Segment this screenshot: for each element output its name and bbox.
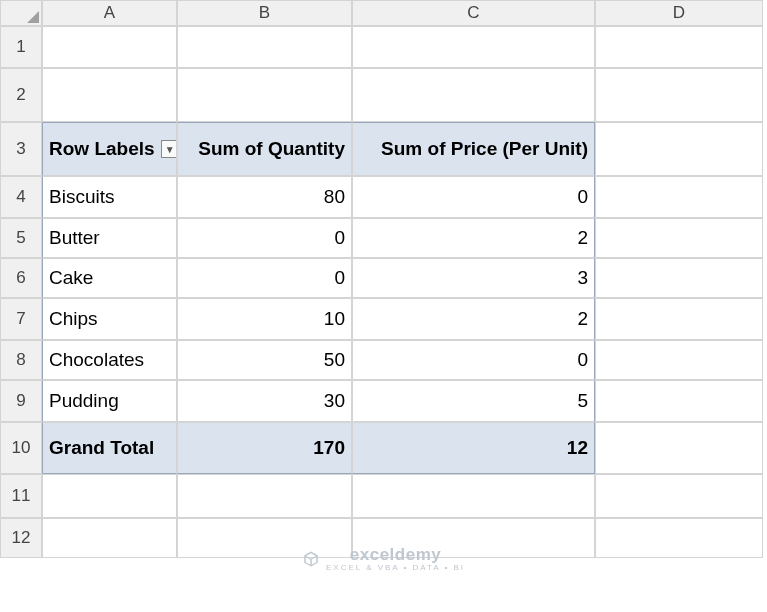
cell-d5[interactable] [595, 218, 763, 258]
cell-d1[interactable] [595, 26, 763, 68]
cell-d6[interactable] [595, 258, 763, 298]
row-header-7[interactable]: 7 [0, 298, 42, 340]
watermark-tagline: EXCEL & VBA • DATA • BI [326, 563, 465, 572]
cell-b12[interactable] [177, 518, 352, 558]
pivot-row-qty[interactable]: 0 [177, 218, 352, 258]
cell-a11[interactable] [42, 474, 177, 518]
col-header-a[interactable]: A [42, 0, 177, 26]
pivot-row-label[interactable]: Butter [42, 218, 177, 258]
pivot-row-label[interactable]: Chips [42, 298, 177, 340]
filter-dropdown-icon[interactable]: ▼ [161, 140, 177, 158]
pivot-row-price[interactable]: 2 [352, 298, 595, 340]
pivot-rowlabels-header[interactable]: Row Labels ▼ [42, 122, 177, 176]
row-header-4[interactable]: 4 [0, 176, 42, 218]
row-header-9[interactable]: 9 [0, 380, 42, 422]
pivot-grandtotal-label[interactable]: Grand Total [42, 422, 177, 474]
pivot-col2-header[interactable]: Sum of Price (Per Unit) [352, 122, 595, 176]
cell-b11[interactable] [177, 474, 352, 518]
cell-d10[interactable] [595, 422, 763, 474]
cell-a1[interactable] [42, 26, 177, 68]
pivot-grandtotal-qty[interactable]: 170 [177, 422, 352, 474]
cell-b2[interactable] [177, 68, 352, 122]
pivot-row-label[interactable]: Cake [42, 258, 177, 298]
cell-c12[interactable] [352, 518, 595, 558]
pivot-row-label[interactable]: Biscuits [42, 176, 177, 218]
pivot-rowlabels-text: Row Labels [49, 138, 155, 160]
cell-d3[interactable] [595, 122, 763, 176]
pivot-row-label[interactable]: Chocolates [42, 340, 177, 380]
col-header-b[interactable]: B [177, 0, 352, 26]
row-header-5[interactable]: 5 [0, 218, 42, 258]
cell-d2[interactable] [595, 68, 763, 122]
pivot-row-price[interactable]: 0 [352, 176, 595, 218]
pivot-row-label[interactable]: Pudding [42, 380, 177, 422]
cell-c1[interactable] [352, 26, 595, 68]
cell-d9[interactable] [595, 380, 763, 422]
row-header-10[interactable]: 10 [0, 422, 42, 474]
pivot-row-qty[interactable]: 0 [177, 258, 352, 298]
cell-d7[interactable] [595, 298, 763, 340]
cell-d11[interactable] [595, 474, 763, 518]
pivot-row-price[interactable]: 3 [352, 258, 595, 298]
cell-a2[interactable] [42, 68, 177, 122]
pivot-grandtotal-price[interactable]: 12 [352, 422, 595, 474]
cell-d12[interactable] [595, 518, 763, 558]
cell-d4[interactable] [595, 176, 763, 218]
pivot-row-qty[interactable]: 80 [177, 176, 352, 218]
cell-c11[interactable] [352, 474, 595, 518]
pivot-row-qty[interactable]: 30 [177, 380, 352, 422]
pivot-row-qty[interactable]: 50 [177, 340, 352, 380]
cell-d8[interactable] [595, 340, 763, 380]
row-header-12[interactable]: 12 [0, 518, 42, 558]
pivot-row-price[interactable]: 2 [352, 218, 595, 258]
row-header-3[interactable]: 3 [0, 122, 42, 176]
row-header-6[interactable]: 6 [0, 258, 42, 298]
row-header-1[interactable]: 1 [0, 26, 42, 68]
row-header-2[interactable]: 2 [0, 68, 42, 122]
pivot-col1-header[interactable]: Sum of Quantity [177, 122, 352, 176]
select-all-triangle[interactable] [0, 0, 42, 26]
row-header-11[interactable]: 11 [0, 474, 42, 518]
cell-b1[interactable] [177, 26, 352, 68]
col-header-c[interactable]: C [352, 0, 595, 26]
pivot-row-price[interactable]: 5 [352, 380, 595, 422]
pivot-row-qty[interactable]: 10 [177, 298, 352, 340]
cell-a12[interactable] [42, 518, 177, 558]
spreadsheet-grid: A B C D 1 2 3 Row Labels ▼ Sum of Quanti… [0, 0, 767, 558]
pivot-row-price[interactable]: 0 [352, 340, 595, 380]
row-header-8[interactable]: 8 [0, 340, 42, 380]
cell-c2[interactable] [352, 68, 595, 122]
col-header-d[interactable]: D [595, 0, 763, 26]
